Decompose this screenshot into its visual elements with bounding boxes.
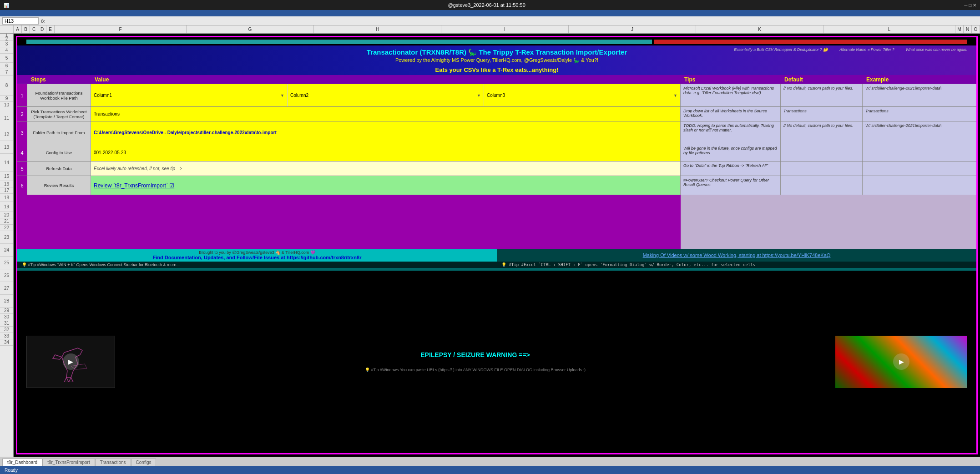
col-e[interactable]: E <box>46 25 55 33</box>
col1-dropdown-arrow[interactable]: ▼ <box>280 93 284 98</box>
tab-configs[interactable]: Configs <box>131 459 157 466</box>
col-n[interactable]: N <box>964 25 972 33</box>
col-a[interactable]: A <box>14 25 22 33</box>
row-25: 25 <box>0 257 13 269</box>
row-12: 12 <box>0 128 13 141</box>
row-23: 23 <box>0 231 13 244</box>
tip-3: TODO: Hoping to parse this automatically… <box>681 121 781 144</box>
step-value-4[interactable]: 001-2022-05-23 <box>91 144 681 161</box>
value-col-header: Value <box>91 76 681 83</box>
find-docs-link[interactable]: Find Documentation, Updates, and Follow/… <box>153 255 362 260</box>
tip-paste: 💡 #Tip #Windows You can paste URLs (http… <box>365 368 586 372</box>
col2-text: Column2 <box>290 93 308 98</box>
window-controls[interactable]: ─ □ ✕ <box>964 3 976 8</box>
step-value-6[interactable]: Review `t8r_TrxnsFromImport` ☑ <box>91 176 681 195</box>
value-col3[interactable]: Column3 ▼ <box>484 84 680 106</box>
row-2: 2 <box>0 37 13 41</box>
right-label2: Alternate Name = Power Tiller ? <box>839 47 894 52</box>
svt-header-row: Steps Value <box>17 75 681 84</box>
right-spacer <box>681 195 976 249</box>
step-row-4: 4 Config to Use 001-2022-05-23 <box>17 144 681 161</box>
row-26: 26 <box>0 269 13 282</box>
example-2: Transactions <box>863 107 976 121</box>
col-b[interactable]: B <box>22 25 30 33</box>
title-bar: 📊 @gsteve3_2022-06-01 at 11:50:50 ─ □ ✕ <box>0 0 980 10</box>
value-text-6: Review `t8r_TrxnsFromImport` ☑ <box>94 182 174 189</box>
making-videos-link[interactable]: Making Of Videos w/ some Wood Working, s… <box>643 252 831 258</box>
step-value-1: Column1 ▼ Column2 ▼ Column3 ▼ <box>91 84 681 106</box>
col-m[interactable]: M <box>955 25 964 33</box>
tab-transactions[interactable]: Transactions <box>95 459 131 466</box>
left-columns: Steps Value 1 Foundation/Transactions Wo… <box>17 75 681 249</box>
right-header-row: Tips Default Example <box>681 75 976 84</box>
tip-excel: 💡 #Tip #Excel `CTRL + SHIFT + F` opens '… <box>497 262 976 268</box>
col-f[interactable]: F <box>55 25 187 33</box>
formula-bar: fx <box>0 16 980 25</box>
eats-text: Eats your CSVs like a T-Rex eats...anyth… <box>435 66 559 73</box>
play-button-right[interactable]: ▶ <box>893 353 909 370</box>
row-24: 24 <box>0 244 13 257</box>
step-value-5: Excel likely auto refreshed, if not, see… <box>91 161 681 176</box>
col-h[interactable]: H <box>314 25 441 33</box>
example-5 <box>863 161 976 176</box>
col-c[interactable]: C <box>30 25 38 33</box>
tips-row-2: Drop down list of all Worksheets in the … <box>681 106 976 121</box>
step-value-2[interactable]: Transactions <box>91 107 681 121</box>
tips-row-1: Microsoft Excel Workbook (File) with Tra… <box>681 84 976 106</box>
tips-row-4: Will be gone in the future, once configs… <box>681 144 976 161</box>
value-col2[interactable]: Column2 ▼ <box>288 84 484 106</box>
tab-trxns[interactable]: t8r_TrxnsFromImport <box>42 459 95 466</box>
row-33: 33 <box>0 333 13 339</box>
tab-dashboard[interactable]: t8r_Dashboard <box>2 459 42 466</box>
col-l[interactable]: L <box>823 25 955 33</box>
col3-text: Column3 <box>487 93 505 98</box>
red-bar <box>654 40 967 44</box>
default-6 <box>781 176 863 195</box>
sheet-content: Transactionator (TRXN8R/T8R) 🦕 The Tripp… <box>14 34 980 457</box>
value-text-3: C:\Users\GregStevens\OneDrive - Dalyle\p… <box>94 130 277 135</box>
col-i[interactable]: I <box>441 25 569 33</box>
col-d[interactable]: D <box>38 25 46 33</box>
row-29: 29 <box>0 308 13 314</box>
default-4 <box>781 144 863 161</box>
bottom-main-row: Brought to you by @GregSweats/gsteve3 🐴 … <box>17 249 976 262</box>
tip-2: Drop down list of all Worksheets in the … <box>681 107 781 121</box>
step-num-2: 2 <box>17 107 27 121</box>
col2-dropdown-arrow[interactable]: ▼ <box>477 93 481 98</box>
col3-dropdown-arrow[interactable]: ▼ <box>673 93 677 98</box>
ribbon[interactable] <box>0 10 980 16</box>
example-3: W:\src\tiller-challenge-2021\importer-da… <box>863 121 976 144</box>
col-g[interactable]: G <box>187 25 314 33</box>
right-label1: Essentially a Bulk CSV Remapper & Dedupl… <box>734 47 828 52</box>
value-col1[interactable]: Column1 ▼ <box>91 84 288 106</box>
video-thumb-left: ▶ <box>26 336 115 388</box>
corner-cell <box>0 25 14 33</box>
step-value-3[interactable]: C:\Users\GregStevens\OneDrive - Dalyle\p… <box>91 121 681 144</box>
name-box[interactable] <box>2 17 39 25</box>
col-j[interactable]: J <box>569 25 696 33</box>
row-16: 16 <box>0 181 13 187</box>
step-num-3: 3 <box>17 121 27 144</box>
step-label-5: Refresh Data <box>27 161 91 176</box>
eats-bar: Eats your CSVs like a T-Rex eats...anyth… <box>17 66 976 75</box>
example-1: W:\src\tiller-challenge-2021\importer-da… <box>863 84 976 106</box>
row-21: 21 <box>0 218 13 225</box>
row-10: 10 <box>0 102 13 108</box>
col-k[interactable]: K <box>696 25 823 33</box>
bottom-left-panel: Brought to you by @GregSweats/gsteve3 🐴 … <box>17 249 497 262</box>
sheet-area: 1 2 3 4 5 6 7 8 9 10 11 12 13 14 15 16 1… <box>0 34 980 457</box>
example-4 <box>863 144 976 161</box>
tab-bar: t8r_Dashboard t8r_TrxnsFromImport Transa… <box>0 457 980 466</box>
main-container: Transactionator (TRXN8R/T8R) 🦕 The Tripp… <box>16 36 978 454</box>
default-5 <box>781 161 863 176</box>
tip-4: Will be gone in the future, once configs… <box>681 144 781 161</box>
play-button-left[interactable]: ▶ <box>63 353 79 370</box>
col-o[interactable]: O <box>972 25 980 33</box>
row-3: 3 <box>0 41 13 47</box>
step-label-1: Foundation/Transactions Workbook File Pa… <box>27 84 91 106</box>
video-area: ▶ EPILEPSY / SEIZURE WARNING ==> 💡 #Tip … <box>17 271 976 454</box>
tip-6: #PowerUser? Checkout Power Query for Oth… <box>681 176 781 195</box>
default-2: Transactions <box>781 107 863 121</box>
row-30: 30 <box>0 314 13 320</box>
row-7: 7 <box>0 69 13 76</box>
